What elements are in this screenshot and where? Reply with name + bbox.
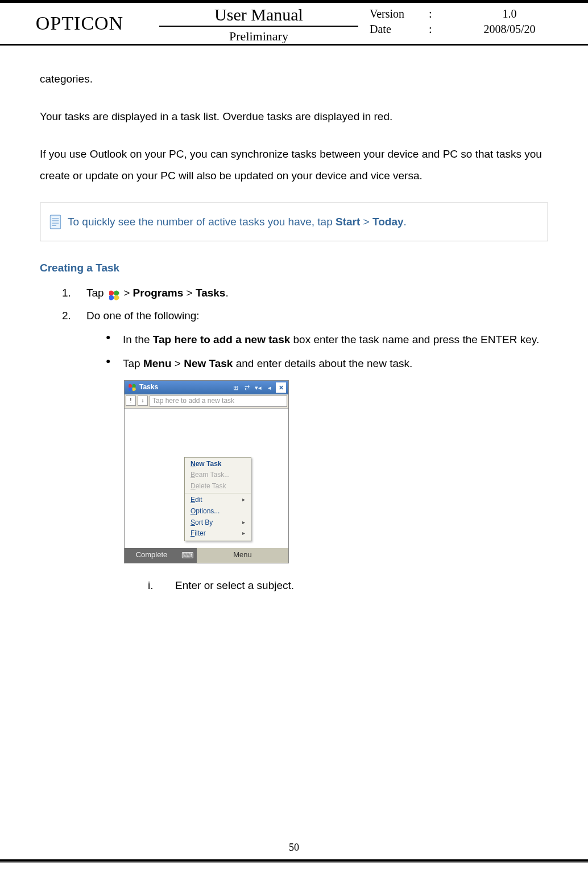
steps-list: Tap > Programs > Tasks. Do one of the fo… [74,282,548,596]
colon: : [429,7,434,20]
roman-label: i. [148,575,175,596]
tip-bold-start: Start [336,216,360,228]
b2b1: Menu [143,357,172,369]
chevron-right-icon: ▸ [242,496,245,503]
ss-app-title: Tasks [139,383,228,392]
ss-softkey-bar: Complete ⌨ Menu [125,548,288,563]
signal-icon[interactable]: ▾◂ [253,382,263,393]
ss-start-icon[interactable] [127,383,137,392]
device-screenshot: Tasks ⊞ ⇄ ▾◂ ◂ ✕ ! ↓ T [124,380,289,563]
step-2: Do one of the following: In the Tap here… [74,305,548,596]
page-content: categories. Your tasks are displayed in … [0,46,588,596]
date-value: 2008/05/20 [442,23,577,36]
b1c: box enter the task name and press the EN… [290,333,539,345]
close-icon[interactable]: ✕ [276,382,286,393]
step1-text: Tap [86,287,107,299]
note-icon [48,214,63,230]
softkey-complete[interactable]: Complete [125,550,179,560]
chevron-right-icon: ▸ [242,529,245,537]
section-creating-task: Creating a Task [40,257,548,279]
doc-subtitle: Preliminary [159,27,358,46]
version-value: 1.0 [442,7,577,20]
step-1: Tap > Programs > Tasks. [74,282,548,304]
footer-rule-thin [0,862,588,863]
footer-rule [0,859,588,862]
brand-name: OPTICON [0,3,159,44]
step2-text: Do one of the following: [86,310,200,322]
step1-tasks: Tasks [196,287,225,299]
menu-filter[interactable]: Filter▸ [185,528,251,540]
gt2: > [183,287,196,299]
ss-toolbar: ! ↓ Tap here to add a new task [125,394,288,409]
menu-edit-label: Edit [191,496,202,504]
tip-gt: > [360,216,372,228]
header-meta: Version : 1.0 Date : 2008/05/20 [358,3,588,44]
tip-suffix: . [404,216,407,228]
b1b: Tap here to add a new task [153,333,290,345]
b2b2: New Task [184,357,233,369]
doc-title: User Manual [159,3,358,27]
b2c: and enter details about the new task. [233,357,412,369]
menu-delete-task: Delete Task [185,481,251,492]
gt1: > [123,287,132,299]
menu-new-task[interactable]: New Task [185,459,251,470]
svg-rect-0 [50,215,60,229]
version-label: Version [370,7,421,20]
bullet-menu: Tap Menu > New Task and enter details ab… [106,353,548,596]
paragraph-categories: categories. [40,68,548,90]
header-center: User Manual Preliminary [159,3,358,44]
menu-separator [185,493,251,493]
priority-low-icon[interactable]: ↓ [138,396,148,406]
date-label: Date [370,23,421,36]
ss-titlebar: Tasks ⊞ ⇄ ▾◂ ◂ ✕ [125,381,288,394]
menu-filter-label: Filter [191,529,206,537]
keyboard-icon[interactable]: ⌨ [179,550,197,561]
menu-beam-task: Beam Task... [185,470,251,481]
gt3: > [172,357,184,369]
colon: : [429,23,434,36]
b2a: Tap [123,357,143,369]
ss-context-menu: New Task Beam Task... Delete Task Edit▸ … [184,457,251,541]
tip-text-prefix: To quickly see the number of active task… [68,216,336,228]
substep-i: i. Enter or select a subject. [148,575,548,596]
priority-high-icon[interactable]: ! [126,396,136,406]
step1-programs: Programs [133,287,184,299]
add-task-input[interactable]: Tap here to add a new task [150,396,287,407]
tip-box: To quickly see the number of active task… [40,203,548,241]
bullet-inbox: In the Tap here to add a new task box en… [106,329,548,351]
menu-sort-by[interactable]: Sort By▸ [185,517,251,529]
menu-sortby-label: Sort By [191,518,213,526]
windows-start-icon [107,287,121,300]
tip-bold-today: Today [372,216,404,228]
page-number: 50 [0,842,588,854]
chevron-right-icon: ▸ [242,518,245,526]
ss-task-area: New Task Beam Task... Delete Task Edit▸ … [125,409,288,548]
b1a: In the [123,333,153,345]
sub-steps: i. Enter or select a subject. [148,575,548,596]
ss-status-icons: ⊞ ⇄ ▾◂ ◂ ✕ [230,382,286,393]
volume-icon[interactable]: ◂ [264,382,275,393]
paragraph-tasklist: Your tasks are displayed in a task list.… [40,106,548,127]
step2-bullets: In the Tap here to add a new task box en… [106,329,548,596]
paragraph-outlook: If you use Outlook on your PC, you can s… [40,143,548,187]
page-header: OPTICON User Manual Preliminary Version … [0,3,588,46]
menu-options[interactable]: Options... [185,506,251,517]
softkey-menu[interactable]: Menu [197,548,288,563]
substep-text: Enter or select a subject. [175,575,294,596]
menu-edit[interactable]: Edit▸ [185,495,251,506]
tip-text: To quickly see the number of active task… [68,211,407,233]
network-icon[interactable]: ⊞ [230,382,241,393]
sync-icon[interactable]: ⇄ [242,382,252,393]
